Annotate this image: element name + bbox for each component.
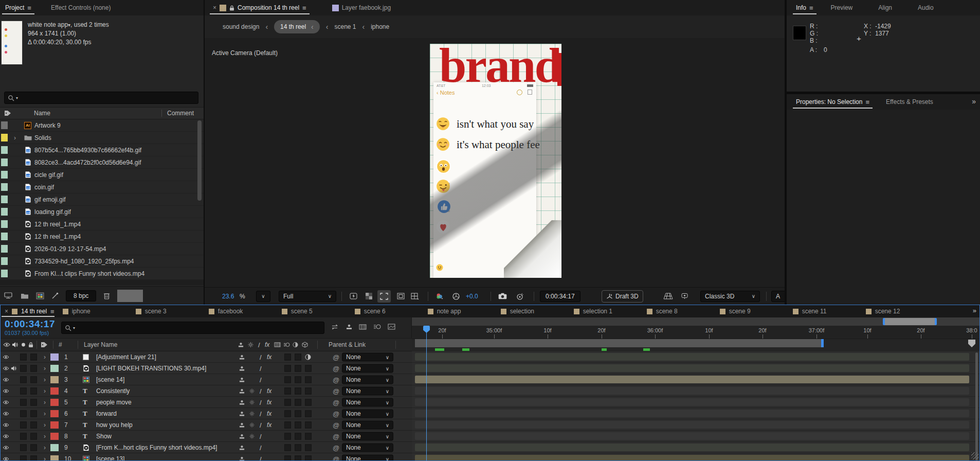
layer-expand-arrow-icon[interactable]: › — [44, 410, 46, 417]
solo-toggle[interactable] — [20, 444, 27, 451]
item-name[interactable]: 807b5c4...765bb4930b7c66662ef4b.gif — [34, 147, 141, 154]
parent-pickwhip-icon[interactable]: @ — [333, 364, 339, 372]
layer-shy-icon[interactable] — [239, 422, 245, 428]
parent-link-dropdown[interactable]: None ∨ — [342, 364, 393, 373]
tab-overflow-icon[interactable]: » — [973, 307, 976, 314]
timeline-tab[interactable]: × facebook ≡ — [205, 305, 278, 317]
layer-quality-icon[interactable]: / — [260, 376, 262, 383]
layer-expand-arrow-icon[interactable]: › — [44, 433, 46, 440]
switch-box[interactable] — [305, 433, 312, 439]
tab-audio[interactable]: Audio — [913, 0, 939, 15]
comp-color-swatch[interactable] — [220, 5, 226, 11]
layer-eye-icon[interactable] — [3, 411, 9, 416]
parent-pickwhip-icon[interactable]: @ — [333, 387, 339, 395]
parent-link-dropdown[interactable]: None ∨ — [342, 409, 393, 418]
shy-toggle-icon[interactable] — [346, 324, 352, 330]
tab-preview[interactable]: Preview — [826, 0, 858, 15]
layer-duration-bar[interactable] — [415, 410, 969, 417]
snapshot-camera-icon[interactable] — [496, 290, 509, 303]
breadcrumb-item[interactable]: sound design — [223, 23, 259, 30]
layer-duration-bar[interactable] — [415, 398, 969, 406]
label-color-chip[interactable] — [1, 158, 8, 166]
item-name[interactable]: 12 th reel_1.mp4 — [34, 221, 81, 228]
work-area-end-handle[interactable] — [821, 339, 824, 347]
layer-expand-arrow-icon[interactable]: › — [44, 455, 46, 461]
parent-pickwhip-icon[interactable]: @ — [333, 410, 339, 417]
layer-label-chip[interactable] — [50, 455, 59, 461]
timeline-tab[interactable]: × selection ≡ — [497, 305, 570, 317]
item-name[interactable]: cicle gif.gif — [34, 171, 63, 179]
column-comment[interactable]: Comment — [167, 110, 194, 117]
switch-box[interactable] — [284, 399, 291, 405]
layer-duration-bar[interactable] — [415, 455, 969, 460]
solo-toggle[interactable] — [20, 433, 27, 439]
tab-project[interactable]: Project ≡ — [0, 0, 37, 15]
lock-toggle[interactable] — [30, 410, 37, 417]
project-item-row[interactable]: › loading gif.gif — [0, 206, 204, 218]
layer-shy-icon[interactable] — [239, 365, 245, 371]
label-color-chip[interactable] — [1, 121, 8, 129]
solo-column-icon[interactable] — [21, 343, 26, 347]
timeline-tab[interactable]: × scene 12 ≡ — [862, 305, 935, 317]
label-color-chip[interactable] — [1, 257, 8, 265]
layer-track-row[interactable] — [412, 453, 979, 460]
render-whip-icon[interactable] — [51, 292, 59, 299]
lock-toggle[interactable] — [30, 365, 37, 371]
column-layer-name[interactable]: Layer Name — [84, 341, 117, 348]
layer-shy-icon[interactable] — [239, 456, 245, 460]
tab-info[interactable]: Info ≡ — [791, 0, 819, 15]
panel-menu-icon[interactable]: ≡ — [302, 4, 306, 12]
layer-fx-icon[interactable]: fx — [267, 421, 271, 429]
layer-track-row[interactable] — [412, 408, 979, 419]
layer-expand-arrow-icon[interactable]: › — [44, 376, 46, 383]
tab-overflow-icon[interactable]: » — [972, 97, 976, 105]
bit-depth-button[interactable]: 8 bpc — [66, 290, 96, 302]
transparency-grid-icon[interactable] — [362, 290, 375, 303]
layer-track-row[interactable] — [412, 374, 979, 385]
layer-duration-bar[interactable] — [415, 376, 969, 383]
switch-box[interactable] — [284, 421, 291, 428]
motion-blur-toggle-icon[interactable] — [373, 324, 381, 330]
layer-expand-arrow-icon[interactable]: › — [44, 353, 46, 361]
label-color-chip[interactable] — [1, 220, 8, 228]
layer-row[interactable]: › 1 [Adjustment Layer 21] / fx @ None ∨ — [1, 351, 412, 363]
switch-box[interactable] — [284, 455, 291, 460]
switch-box[interactable] — [305, 421, 312, 428]
parent-link-dropdown[interactable]: None ∨ — [342, 352, 393, 361]
switch-box[interactable] — [295, 353, 301, 360]
switch-shy-icon[interactable] — [238, 342, 244, 348]
switch-box[interactable] — [295, 444, 301, 451]
panel-resize-grip[interactable] — [971, 452, 978, 459]
audio-column-speaker-icon[interactable] — [12, 342, 18, 348]
layer-name[interactable]: [From K...hort clips Funny short videos.… — [96, 444, 217, 451]
layer-name[interactable]: people move — [96, 399, 132, 406]
layer-name[interactable]: [Adjustment Layer 21] — [96, 353, 156, 361]
layer-label-chip[interactable] — [50, 387, 59, 395]
composition-viewer[interactable]: Active Camera (Default) AT&T 12:03 ‹ Not… — [205, 38, 785, 287]
parent-link-dropdown[interactable]: None ∨ — [342, 443, 393, 452]
layer-shy-icon[interactable] — [239, 354, 245, 360]
close-icon[interactable]: × — [213, 4, 216, 11]
channel-color-icon[interactable] — [433, 290, 446, 303]
layer-label-chip[interactable] — [50, 399, 59, 406]
label-color-chip[interactable] — [1, 233, 8, 240]
layer-duration-bar[interactable] — [415, 364, 969, 372]
timeline-tab[interactable]: × scene 3 ≡ — [132, 305, 205, 317]
item-name[interactable]: Artwork 9 — [34, 122, 61, 129]
timeline-vertical-scrollbar[interactable] — [975, 352, 978, 460]
tab-effect-controls[interactable]: Effect Controls (none) — [46, 0, 116, 15]
project-scrollbar[interactable] — [197, 120, 202, 201]
project-item-row[interactable]: › 12 th reel_1.mp4 — [0, 230, 204, 243]
frame-blend-toggle-icon[interactable] — [359, 324, 367, 330]
panel-menu-icon[interactable]: ≡ — [865, 98, 869, 106]
layer-adjustment-icon[interactable] — [305, 354, 311, 360]
timeline-tab[interactable]: × scene 9 ≡ — [716, 305, 789, 317]
switch-box[interactable] — [295, 387, 301, 394]
layer-label-chip[interactable] — [50, 376, 59, 383]
lock-toggle[interactable] — [30, 399, 37, 405]
layer-label-chip[interactable] — [50, 353, 59, 361]
layer-track-row[interactable] — [412, 351, 979, 363]
project-item-row[interactable]: › cicle gif.gif — [0, 169, 204, 181]
lock-toggle[interactable] — [30, 387, 37, 394]
layer-duration-bar[interactable] — [415, 444, 969, 451]
